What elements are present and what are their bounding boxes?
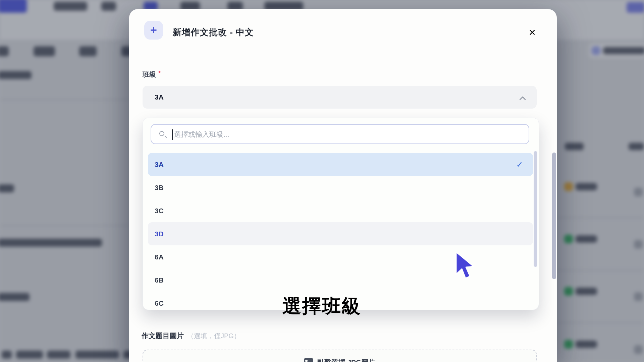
option-label: 3A <box>155 161 164 168</box>
class-search-box <box>151 124 529 144</box>
option-label: 3C <box>155 207 164 215</box>
dropdown-option-3b[interactable]: 3B <box>148 176 533 199</box>
option-label: 3D <box>155 230 164 238</box>
option-label: 3B <box>155 184 164 191</box>
image-field-hint: （選填，僅JPG） <box>187 332 240 340</box>
dropdown-option-3d[interactable]: 3D <box>148 222 533 245</box>
text-caret <box>172 129 173 140</box>
check-icon: ✓ <box>516 153 523 176</box>
class-dropdown-panel: 3A ✓ 3B 3C 3D 6A 6B 6C <box>143 118 539 310</box>
header-divider <box>129 51 557 51</box>
plus-icon: + <box>144 21 163 40</box>
class-select[interactable]: 3A <box>143 86 537 109</box>
mouse-cursor <box>455 251 476 283</box>
option-label: 6A <box>155 253 164 261</box>
chevron-up-icon <box>520 96 525 101</box>
required-asterisk: * <box>158 70 161 77</box>
dropdown-scrollbar-thumb[interactable] <box>534 151 537 267</box>
jpg-upload-dropzone[interactable]: 點擊選擇 JPG圖片 <box>143 350 537 362</box>
close-button[interactable]: ✕ <box>525 25 540 40</box>
image-label-text: 作文題目圖片 <box>142 332 184 340</box>
class-label-text: 班級 <box>143 71 156 78</box>
class-field-label: 班級* <box>143 70 161 79</box>
search-icon <box>159 131 164 136</box>
image-icon <box>304 358 313 362</box>
screen: + 新增作文批改 - 中文 ✕ 班級* 3A 作文題目圖片（選填，僅JPG） 點… <box>0 0 644 362</box>
modal-scrollbar-thumb[interactable] <box>552 153 556 279</box>
dropdown-option-3c[interactable]: 3C <box>148 199 533 222</box>
class-select-value: 3A <box>155 86 164 109</box>
video-caption: 選擇班級 <box>0 294 644 319</box>
class-search-input[interactable] <box>174 126 523 143</box>
option-label: 6B <box>155 276 164 284</box>
upload-label-text: 點擊選擇 JPG圖片 <box>317 358 376 362</box>
dialog-title: 新增作文批改 - 中文 <box>173 26 254 38</box>
image-field-label: 作文題目圖片（選填，僅JPG） <box>142 331 240 341</box>
upload-label: 點擊選擇 JPG圖片 <box>143 358 536 362</box>
dropdown-option-3a[interactable]: 3A ✓ <box>148 153 533 176</box>
